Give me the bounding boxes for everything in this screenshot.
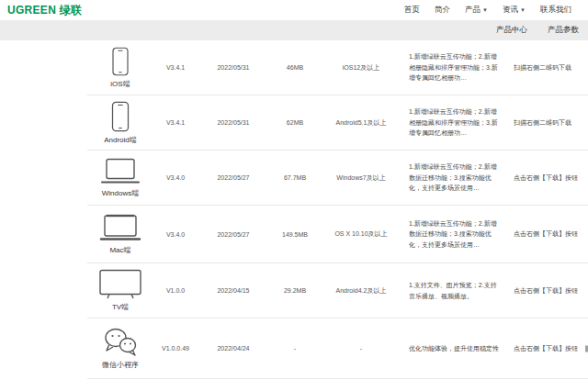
size-cell: 29.2MB xyxy=(269,287,321,294)
device-cell: Mac端 xyxy=(87,213,153,255)
os-cell: Android5.1及以上 xyxy=(321,118,401,128)
version-cell: V3.4.0 xyxy=(153,174,198,181)
phone-icon xyxy=(110,101,130,132)
device-cell: TV端 xyxy=(87,269,153,312)
version-cell: V1.0.0.49 xyxy=(153,345,198,352)
size-cell: - xyxy=(269,345,321,352)
download-hint: 扫描右侧二维码下载 xyxy=(501,118,588,128)
table-row-wechat: 微信小程序 V1.0.0.49 2022/04/24 - - 优化功能体验，提升… xyxy=(87,319,588,379)
tab-product-params[interactable]: 产品参数 xyxy=(548,25,579,36)
download-hint: 扫描右侧二维码下载 xyxy=(501,63,588,73)
chevron-down-icon: ▼ xyxy=(482,7,488,13)
table-row-mac: Mac端 V3.4.0 2022/05/27 149.5MB OS X 10.1… xyxy=(87,206,588,263)
date-cell: 2022/05/27 xyxy=(198,231,269,238)
device-label: Mac端 xyxy=(109,245,130,255)
notes-cell: 1.新增绿联云互传功能；2.新增数据迁移功能；3.搜索功能优化，支持更多场景使用… xyxy=(409,218,501,251)
macbook-icon xyxy=(99,213,141,242)
table-row-windows: Windows端 V3.4.0 2022/05/27 67.7MB Window… xyxy=(87,151,588,206)
nav-label: 联系我们 xyxy=(540,5,571,16)
notes-cell: 优化功能体验，提升使用稳定性 xyxy=(409,343,501,354)
os-cell: Windows7及以上 xyxy=(321,173,401,183)
version-cell: V3.4.1 xyxy=(153,119,198,126)
os-cell: Android4.2及以上 xyxy=(321,286,401,296)
size-cell: 62MB xyxy=(269,119,321,126)
notes-cell: 1.支持文件、图片预览；2.支持音乐播放、视频播放。 xyxy=(409,280,501,301)
download-table: iOS端 V3.4.1 2022/05/31 46MB iOS12及以上 1.新… xyxy=(87,40,588,379)
date-cell: 2022/05/27 xyxy=(198,174,269,181)
os-cell: - xyxy=(321,345,401,352)
tab-product-center[interactable]: 产品中心 xyxy=(496,25,527,36)
notes-cell: 1.新增绿联云互传功能；2.新增数据迁移功能；3.搜索功能优化，支持更多场景使用… xyxy=(409,162,501,194)
device-cell: Android端 xyxy=(87,101,153,145)
date-cell: 2022/04/24 xyxy=(198,345,269,352)
table-row-tv: TV端 V1.0.0 2022/04/15 29.2MB Android4.2及… xyxy=(87,263,588,319)
chevron-down-icon: ▼ xyxy=(520,7,526,13)
wechat-icon xyxy=(103,328,138,357)
top-header: UGREEN 绿联 首页 简介 产品 ▼ 资讯 ▼ 联系我们 xyxy=(0,0,588,20)
version-cell: V1.0.0 xyxy=(153,287,198,294)
size-cell: 149.5MB xyxy=(269,231,321,238)
nav-label: 简介 xyxy=(435,5,450,16)
table-row-ios: iOS端 V3.4.1 2022/05/31 46MB iOS12及以上 1.新… xyxy=(87,40,588,95)
nav-item-contact[interactable]: 联系我们 xyxy=(540,5,571,16)
nav-item-news[interactable]: 资讯 ▼ xyxy=(503,5,526,16)
main-nav: 首页 简介 产品 ▼ 资讯 ▼ 联系我们 xyxy=(404,5,571,16)
device-label: Android端 xyxy=(104,135,137,145)
phone-icon xyxy=(110,47,130,76)
device-label: TV端 xyxy=(112,302,129,312)
download-hint: 点击右侧【下载】按钮 xyxy=(501,344,588,353)
device-label: iOS端 xyxy=(110,79,130,89)
notes-cell: 1.新增绿联云互传功能；2.新增相册隐藏和排序管理功能；3.新增专属回忆相册功… xyxy=(409,106,501,139)
device-cell: Windows端 xyxy=(87,158,153,198)
nav-item-home[interactable]: 首页 xyxy=(404,5,420,16)
ugreen-logo[interactable]: UGREEN 绿联 xyxy=(7,3,82,18)
download-hint: 点击右侧【下载】按钮 xyxy=(501,173,588,183)
date-cell: 2022/04/15 xyxy=(198,287,269,294)
download-hint: 点击右侧【下载】按钮 xyxy=(501,286,588,296)
secondary-bar: 产品中心 产品参数 xyxy=(0,20,588,40)
version-cell: V3.4.1 xyxy=(153,64,198,71)
os-cell: OS X 10.10及以上 xyxy=(321,229,401,239)
device-cell: 微信小程序 xyxy=(87,328,153,370)
device-label: 微信小程序 xyxy=(102,360,139,370)
device-label: Windows端 xyxy=(102,188,139,198)
size-cell: 67.7MB xyxy=(269,174,321,181)
date-cell: 2022/05/31 xyxy=(198,64,269,71)
os-cell: iOS12及以上 xyxy=(321,63,401,73)
nav-label: 产品 xyxy=(465,5,481,16)
nav-item-intro[interactable]: 简介 xyxy=(435,5,450,16)
version-cell: V3.4.0 xyxy=(153,231,198,238)
nav-item-products[interactable]: 产品 ▼ xyxy=(465,5,488,16)
laptop-icon xyxy=(100,158,141,185)
nav-label: 首页 xyxy=(404,5,420,16)
tv-icon xyxy=(98,269,142,299)
notes-cell: 1.新增绿联云互传功能；2.新增相册隐藏和排序管理功能；3.新增专属回忆相册功… xyxy=(409,51,501,84)
size-cell: 46MB xyxy=(269,64,321,71)
date-cell: 2022/05/31 xyxy=(198,119,269,126)
device-cell: iOS端 xyxy=(87,47,153,89)
table-row-android: Android端 V3.4.1 2022/05/31 62MB Android5… xyxy=(87,95,588,151)
download-hint: 点击右侧【下载】按钮 xyxy=(501,229,588,239)
nav-label: 资讯 xyxy=(503,5,518,16)
